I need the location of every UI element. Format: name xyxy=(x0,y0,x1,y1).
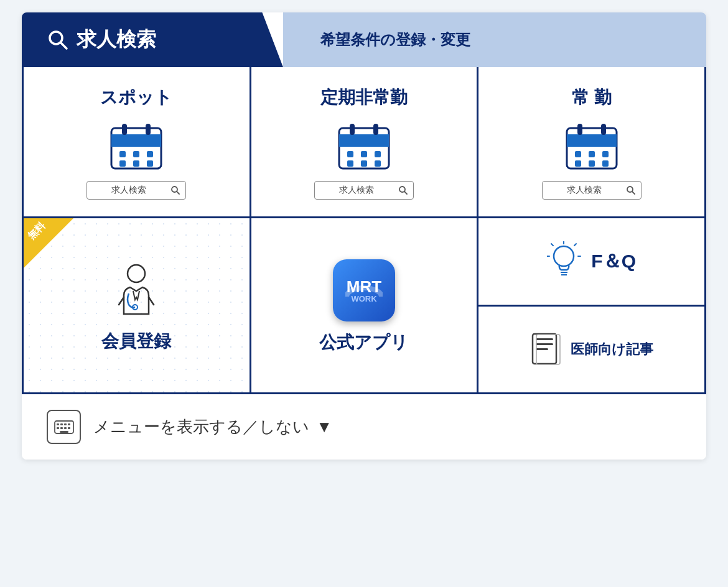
keyboard-icon-button[interactable] xyxy=(47,410,81,444)
keyboard-icon xyxy=(54,420,74,434)
svg-rect-65 xyxy=(60,431,68,433)
svg-line-13 xyxy=(177,192,179,194)
faq-title: F＆Q xyxy=(591,249,636,274)
svg-rect-62 xyxy=(60,427,63,429)
svg-point-38 xyxy=(128,265,145,282)
svg-rect-23 xyxy=(375,160,381,167)
svg-rect-15 xyxy=(339,134,389,147)
svg-rect-28 xyxy=(577,124,582,135)
cell-official-app[interactable]: MRT WORK 公式アプリ xyxy=(251,218,477,392)
svg-line-37 xyxy=(632,192,635,194)
svg-rect-22 xyxy=(361,160,367,167)
svg-rect-52 xyxy=(536,338,553,340)
regular-search-text: 求人検索 xyxy=(320,185,393,196)
app-decoration xyxy=(345,284,383,297)
svg-rect-20 xyxy=(375,151,381,157)
member-title: 会員登録 xyxy=(101,330,171,353)
cell-doctor-article[interactable]: 医師向け記事 xyxy=(478,307,704,393)
full-time-search-box[interactable]: 求人検索 xyxy=(542,181,642,200)
svg-rect-58 xyxy=(60,423,63,425)
tab-active-label: 求人検索 xyxy=(77,26,156,53)
regular-search-box[interactable]: 求人検索 xyxy=(314,181,414,200)
svg-rect-18 xyxy=(347,151,353,157)
cell-regular-part-time[interactable]: 定期非常勤 求人検索 xyxy=(251,67,477,216)
cell-faq[interactable]: F＆Q xyxy=(478,218,704,307)
svg-line-47 xyxy=(574,244,576,246)
svg-line-1 xyxy=(60,42,67,49)
cell-member-registration[interactable]: 無料 会員登録 xyxy=(24,218,250,392)
svg-rect-64 xyxy=(68,427,70,429)
tab-desired-conditions[interactable]: 希望条件の登録・変更 xyxy=(283,12,706,67)
bottom-bar: メニューを表示する／しない ▼ xyxy=(22,394,706,460)
article-icon xyxy=(530,331,561,368)
bottom-menu-label[interactable]: メニューを表示する／しない ▼ xyxy=(93,416,332,438)
regular-search-icon xyxy=(398,185,408,195)
mrt-app-icon[interactable]: MRT WORK xyxy=(333,259,395,321)
svg-rect-4 xyxy=(122,124,127,135)
cell-spot[interactable]: スポット 求人検索 xyxy=(24,67,250,216)
svg-rect-60 xyxy=(68,423,70,425)
cell-full-time[interactable]: 常 勤 求人検索 xyxy=(478,67,704,216)
full-time-calendar-icon xyxy=(564,119,620,172)
spot-search-text: 求人検索 xyxy=(92,185,166,196)
main-grid: スポット 求人検索 定期 xyxy=(22,67,706,394)
svg-rect-54 xyxy=(536,348,548,350)
svg-rect-10 xyxy=(133,160,139,167)
cell-right-column: F＆Q 医師向け記事 xyxy=(478,218,704,392)
regular-part-time-title: 定期非常勤 xyxy=(320,86,408,109)
svg-rect-29 xyxy=(601,124,606,135)
svg-rect-3 xyxy=(111,134,161,147)
tab-job-search[interactable]: 求人検索 xyxy=(22,12,283,67)
svg-rect-17 xyxy=(373,124,378,135)
full-time-title: 常 勤 xyxy=(572,86,612,109)
search-icon xyxy=(47,29,69,51)
svg-rect-9 xyxy=(119,160,126,167)
spot-calendar-icon xyxy=(108,119,164,172)
tab-inactive-label: 希望条件の登録・変更 xyxy=(320,30,470,50)
svg-rect-19 xyxy=(361,151,367,157)
regular-calendar-icon xyxy=(336,119,392,172)
app-title: 公式アプリ xyxy=(319,331,408,354)
spot-search-box[interactable]: 求人検索 xyxy=(86,181,186,200)
svg-rect-27 xyxy=(567,134,617,147)
menu-toggle-arrow: ▼ xyxy=(316,417,332,436)
svg-rect-8 xyxy=(147,151,153,157)
spot-title: スポット xyxy=(100,86,172,109)
svg-line-49 xyxy=(551,244,553,246)
svg-point-42 xyxy=(347,288,381,297)
svg-rect-59 xyxy=(64,423,67,425)
svg-rect-16 xyxy=(350,124,355,135)
svg-rect-57 xyxy=(57,423,59,425)
svg-rect-34 xyxy=(589,160,595,167)
article-title: 医師向け記事 xyxy=(571,340,653,359)
free-badge-triangle xyxy=(24,218,73,268)
svg-rect-21 xyxy=(347,160,353,167)
lightbulb-icon xyxy=(547,241,581,282)
spot-search-icon xyxy=(170,185,180,195)
doctor-icon xyxy=(111,261,161,317)
svg-rect-7 xyxy=(133,151,139,157)
svg-rect-11 xyxy=(147,160,153,167)
svg-rect-31 xyxy=(589,151,595,157)
header-tabs: 求人検索 希望条件の登録・変更 xyxy=(22,12,706,67)
svg-line-25 xyxy=(404,192,407,194)
svg-rect-61 xyxy=(57,427,59,429)
svg-rect-53 xyxy=(536,343,553,345)
svg-rect-6 xyxy=(119,151,126,157)
svg-rect-5 xyxy=(146,124,151,135)
main-container: 求人検索 希望条件の登録・変更 スポット 求人検索 xyxy=(22,12,706,460)
svg-point-43 xyxy=(554,246,574,266)
svg-rect-33 xyxy=(575,160,581,167)
svg-rect-32 xyxy=(602,151,609,157)
svg-rect-35 xyxy=(602,160,609,167)
svg-rect-30 xyxy=(575,151,581,157)
full-time-search-icon xyxy=(626,185,636,195)
menu-toggle-text: メニューを表示する／しない xyxy=(93,417,309,436)
svg-rect-63 xyxy=(64,427,67,429)
full-time-search-text: 求人検索 xyxy=(548,185,621,196)
